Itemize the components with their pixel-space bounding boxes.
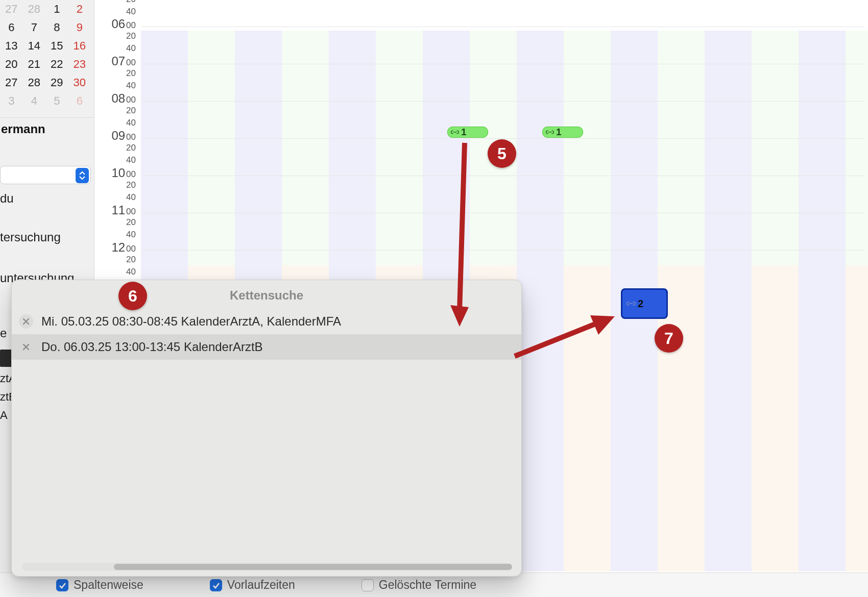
checkbox-label: Spaltenweise bbox=[74, 578, 143, 592]
mini-cal-day[interactable]: 22 bbox=[45, 55, 68, 73]
scrollbar-thumb[interactable] bbox=[114, 564, 512, 570]
popover-result-row[interactable]: Mi. 05.03.25 08:30-08:45 KalenderArztA, … bbox=[12, 309, 521, 334]
sidebar-select[interactable] bbox=[0, 166, 91, 184]
popover-scrollbar[interactable] bbox=[22, 563, 511, 571]
checkbox-label: Gelöschte Termine bbox=[379, 578, 476, 592]
mini-cal-day[interactable]: 1 bbox=[45, 0, 68, 18]
day-column[interactable] bbox=[799, 31, 846, 571]
annotation-6: 6 bbox=[118, 282, 147, 310]
checkbox-box bbox=[210, 579, 222, 591]
row-remove-button[interactable] bbox=[19, 340, 33, 354]
mini-cal-day[interactable]: 5 bbox=[45, 92, 68, 110]
chain-link-icon bbox=[626, 300, 636, 308]
checkbox-box bbox=[56, 579, 68, 591]
checkbox-geloeschte-termine[interactable]: Gelöschte Termine bbox=[361, 578, 476, 592]
row-text: Do. 06.03.25 13:00-13:45 KalenderArztB bbox=[41, 340, 263, 354]
mini-cal-day[interactable]: 15 bbox=[45, 37, 68, 55]
chain-link-icon bbox=[546, 129, 554, 136]
mini-cal-day[interactable]: 2 bbox=[68, 0, 91, 18]
select-stepper-icon[interactable] bbox=[76, 168, 89, 183]
mini-cal-day[interactable]: 8 bbox=[45, 18, 68, 37]
mini-cal-day[interactable]: 28 bbox=[23, 73, 46, 92]
mini-cal-day[interactable]: 9 bbox=[68, 18, 91, 37]
mini-cal-day[interactable]: 14 bbox=[23, 37, 46, 55]
patient-name-fragment: ermann bbox=[0, 117, 94, 139]
mini-calendar[interactable]: 27281267891314151620212223272829303456 bbox=[0, 0, 94, 115]
mini-cal-day[interactable]: 30 bbox=[68, 73, 91, 92]
appointment-pill-1[interactable]: 1 bbox=[447, 127, 488, 138]
checkbox-label: Vorlaufzeiten bbox=[227, 578, 295, 592]
appointment-pill-2[interactable]: 1 bbox=[542, 127, 583, 138]
mini-cal-day[interactable]: 4 bbox=[23, 92, 46, 110]
annotation-5: 5 bbox=[488, 139, 516, 168]
mini-cal-day[interactable]: 16 bbox=[68, 37, 91, 55]
mini-cal-day[interactable]: 20 bbox=[0, 55, 23, 73]
pill-label: 1 bbox=[556, 127, 562, 138]
day-column[interactable] bbox=[517, 31, 564, 571]
annotation-7: 7 bbox=[655, 324, 683, 353]
sidebar-text-du: du bbox=[0, 191, 94, 206]
mini-cal-day[interactable]: 7 bbox=[23, 18, 46, 37]
appointment-block[interactable]: 2 bbox=[621, 288, 668, 319]
popover-title: Kettensuche bbox=[12, 280, 521, 309]
mini-cal-day[interactable]: 23 bbox=[68, 55, 91, 73]
day-column[interactable] bbox=[705, 31, 752, 571]
checkbox-box bbox=[361, 579, 374, 591]
row-text: Mi. 05.03.25 08:30-08:45 KalenderArztA, … bbox=[41, 314, 341, 329]
row-remove-button[interactable] bbox=[19, 314, 33, 329]
popover-result-row[interactable]: Do. 06.03.25 13:00-13:45 KalenderArztB bbox=[12, 334, 521, 360]
mini-cal-day[interactable]: 3 bbox=[0, 92, 23, 110]
mini-cal-day[interactable]: 29 bbox=[45, 73, 68, 92]
mini-cal-day[interactable]: 27 bbox=[0, 0, 23, 18]
mini-cal-day[interactable]: 6 bbox=[68, 92, 91, 110]
mini-cal-day[interactable]: 13 bbox=[0, 37, 23, 55]
mini-calendar-table: 27281267891314151620212223272829303456 bbox=[0, 0, 91, 110]
popover-result-list: Mi. 05.03.25 08:30-08:45 KalenderArztA, … bbox=[12, 309, 521, 360]
mini-cal-day[interactable]: 28 bbox=[23, 0, 46, 18]
checkbox-vorlaufzeiten[interactable]: Vorlaufzeiten bbox=[210, 578, 295, 592]
checkbox-spaltenweise[interactable]: Spaltenweise bbox=[56, 578, 143, 592]
mini-cal-day[interactable]: 27 bbox=[0, 73, 23, 92]
chain-link-icon bbox=[451, 129, 459, 136]
mini-cal-day[interactable]: 6 bbox=[0, 18, 23, 37]
pill-label: 1 bbox=[461, 127, 467, 138]
mini-cal-day[interactable]: 21 bbox=[23, 55, 46, 73]
block-label: 2 bbox=[638, 298, 643, 310]
sidebar-text-1: tersuchung bbox=[0, 230, 94, 244]
kettensuche-popover: Kettensuche Mi. 05.03.25 08:30-08:45 Kal… bbox=[11, 280, 522, 577]
